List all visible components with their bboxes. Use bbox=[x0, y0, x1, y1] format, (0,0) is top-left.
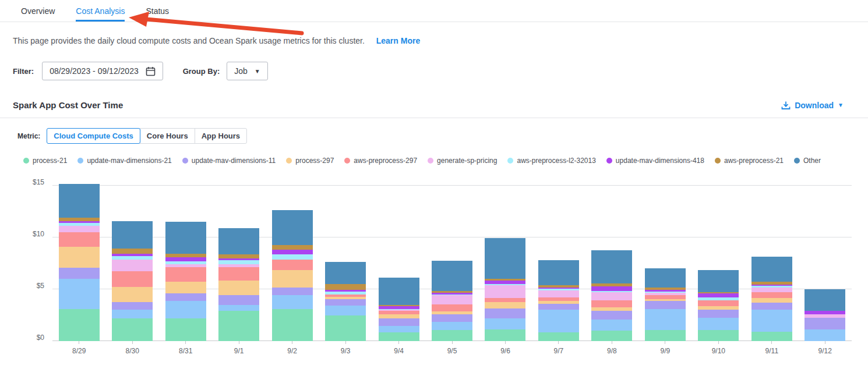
bar-segment-update-mav-dimensions-21[interactable] bbox=[645, 309, 686, 331]
bar-segment-process-297[interactable] bbox=[165, 282, 206, 294]
stacked-bar-9/6[interactable] bbox=[485, 238, 525, 341]
bar-segment-aws-preprocess-l2-32013[interactable] bbox=[272, 254, 313, 260]
bar-segment-process-21[interactable] bbox=[751, 332, 792, 341]
bar-segment-Other[interactable] bbox=[591, 250, 632, 283]
bar-segment-aws-preprocess-l2-32013[interactable] bbox=[218, 260, 259, 264]
bar-segment-process-297[interactable] bbox=[218, 281, 259, 295]
bar-segment-aws-preprocess-297[interactable] bbox=[645, 295, 686, 299]
bar-segment-update-mav-dimensions-11[interactable] bbox=[805, 318, 845, 330]
stacked-bar-9/3[interactable] bbox=[325, 262, 366, 341]
stacked-bar-9/7[interactable] bbox=[538, 260, 579, 341]
bar-segment-aws-preprocess-297[interactable] bbox=[112, 271, 153, 288]
bar-segment-process-297[interactable] bbox=[59, 247, 100, 268]
bar-segment-update-mav-dimensions-418[interactable] bbox=[165, 257, 206, 261]
bar-segment-update-mav-dimensions-11[interactable] bbox=[59, 268, 100, 279]
bar-segment-update-mav-dimensions-21[interactable] bbox=[59, 279, 100, 309]
stacked-bar-8/31[interactable] bbox=[165, 222, 206, 341]
metric-app-hours-button[interactable]: App Hours bbox=[195, 128, 247, 144]
bar-segment-update-mav-dimensions-21[interactable] bbox=[538, 310, 579, 332]
date-range-picker[interactable]: 08/29/2023 - 09/12/2023 bbox=[42, 62, 163, 80]
bar-segment-process-21[interactable] bbox=[165, 318, 206, 341]
bar-segment-update-mav-dimensions-11[interactable] bbox=[379, 318, 419, 326]
bar-segment-process-297[interactable] bbox=[751, 298, 792, 303]
bar-segment-process-21[interactable] bbox=[432, 330, 472, 341]
bar-segment-aws-preprocess-21[interactable] bbox=[112, 249, 153, 254]
bar-segment-Other[interactable] bbox=[432, 261, 472, 291]
bar-segment-process-297[interactable] bbox=[272, 270, 313, 288]
bar-segment-generate-sp-pricing[interactable] bbox=[591, 292, 632, 300]
tab-status[interactable]: Status bbox=[146, 6, 169, 22]
learn-more-link[interactable]: Learn More bbox=[376, 36, 420, 45]
stacked-bar-9/5[interactable] bbox=[432, 261, 472, 341]
bar-segment-Other[interactable] bbox=[751, 257, 792, 282]
stacked-bar-9/11[interactable] bbox=[751, 257, 792, 341]
bar-segment-update-mav-dimensions-21[interactable] bbox=[751, 310, 792, 332]
bar-segment-aws-preprocess-297[interactable] bbox=[485, 298, 525, 302]
bar-segment-aws-preprocess-297[interactable] bbox=[432, 304, 472, 312]
bar-segment-Other[interactable] bbox=[698, 270, 739, 292]
bar-segment-process-21[interactable] bbox=[698, 330, 739, 341]
bar-segment-generate-sp-pricing[interactable] bbox=[432, 295, 472, 304]
tab-cost-analysis[interactable]: Cost Analysis bbox=[76, 6, 125, 22]
bar-segment-aws-preprocess-297[interactable] bbox=[751, 292, 792, 298]
bar-segment-update-mav-dimensions-21[interactable] bbox=[218, 305, 259, 311]
bar-segment-update-mav-dimensions-11[interactable] bbox=[645, 301, 686, 308]
bar-segment-update-mav-dimensions-11[interactable] bbox=[591, 311, 632, 319]
bar-segment-aws-preprocess-297[interactable] bbox=[59, 232, 100, 247]
bar-segment-aws-preprocess-297[interactable] bbox=[165, 267, 206, 282]
bar-segment-generate-sp-pricing[interactable] bbox=[59, 226, 100, 232]
bar-segment-update-mav-dimensions-21[interactable] bbox=[591, 320, 632, 331]
stacked-bar-8/30[interactable] bbox=[112, 221, 153, 341]
bar-segment-update-mav-dimensions-11[interactable] bbox=[698, 310, 739, 318]
stacked-bar-9/10[interactable] bbox=[698, 270, 739, 341]
group-by-select[interactable]: Job ▼ bbox=[227, 62, 267, 80]
bar-segment-update-mav-dimensions-21[interactable] bbox=[272, 295, 313, 309]
bar-segment-update-mav-dimensions-21[interactable] bbox=[165, 301, 206, 318]
bar-segment-process-21[interactable] bbox=[325, 315, 366, 342]
bar-segment-update-mav-dimensions-11[interactable] bbox=[218, 295, 259, 305]
bar-segment-generate-sp-pricing[interactable] bbox=[485, 285, 525, 298]
bar-segment-process-21[interactable] bbox=[272, 309, 313, 341]
bar-segment-process-297[interactable] bbox=[112, 287, 153, 302]
bar-segment-update-mav-dimensions-11[interactable] bbox=[325, 299, 366, 306]
bar-segment-update-mav-dimensions-11[interactable] bbox=[272, 288, 313, 295]
bar-segment-update-mav-dimensions-11[interactable] bbox=[538, 304, 579, 310]
bar-segment-process-21[interactable] bbox=[538, 332, 579, 341]
bar-segment-Other[interactable] bbox=[538, 260, 579, 285]
bar-segment-update-mav-dimensions-11[interactable] bbox=[112, 302, 153, 310]
bar-segment-process-21[interactable] bbox=[591, 331, 632, 341]
bar-segment-update-mav-dimensions-418[interactable] bbox=[698, 293, 739, 297]
bar-segment-aws-preprocess-297[interactable] bbox=[591, 300, 632, 308]
stacked-bar-8/29[interactable] bbox=[59, 184, 100, 341]
bar-segment-aws-preprocess-21[interactable] bbox=[325, 284, 366, 290]
bar-segment-update-mav-dimensions-418[interactable] bbox=[272, 250, 313, 254]
stacked-bar-9/9[interactable] bbox=[645, 268, 686, 341]
bar-segment-update-mav-dimensions-418[interactable] bbox=[591, 286, 632, 291]
stacked-bar-9/2[interactable] bbox=[272, 210, 313, 341]
tab-overview[interactable]: Overview bbox=[21, 6, 55, 22]
bar-segment-update-mav-dimensions-11[interactable] bbox=[165, 293, 206, 301]
bar-segment-Other[interactable] bbox=[112, 221, 153, 248]
download-button[interactable]: Download ▼ bbox=[781, 101, 844, 110]
bar-segment-Other[interactable] bbox=[379, 278, 419, 304]
bar-segment-Other[interactable] bbox=[805, 289, 845, 311]
bar-segment-update-mav-dimensions-11[interactable] bbox=[432, 314, 472, 322]
bar-segment-aws-preprocess-297[interactable] bbox=[272, 260, 313, 270]
bar-segment-aws-preprocess-297[interactable] bbox=[698, 300, 739, 307]
bar-segment-process-297[interactable] bbox=[379, 314, 419, 318]
bar-segment-Other[interactable] bbox=[485, 238, 525, 278]
bar-segment-generate-sp-pricing[interactable] bbox=[751, 288, 792, 292]
bar-segment-Other[interactable] bbox=[218, 228, 259, 254]
metric-cloud-compute-costs-button[interactable]: Cloud Compute Costs bbox=[47, 128, 140, 144]
bar-segment-Other[interactable] bbox=[59, 184, 100, 218]
bar-segment-update-mav-dimensions-21[interactable] bbox=[112, 310, 153, 318]
bar-segment-update-mav-dimensions-21[interactable] bbox=[485, 318, 525, 330]
bar-segment-process-21[interactable] bbox=[59, 309, 100, 341]
bar-segment-process-21[interactable] bbox=[379, 332, 419, 341]
bar-segment-aws-preprocess-21[interactable] bbox=[272, 245, 313, 250]
bar-segment-update-mav-dimensions-11[interactable] bbox=[485, 308, 525, 318]
bar-segment-process-21[interactable] bbox=[218, 311, 259, 341]
bar-segment-aws-preprocess-297[interactable] bbox=[218, 267, 259, 281]
bar-segment-Other[interactable] bbox=[272, 210, 313, 246]
bar-segment-generate-sp-pricing[interactable] bbox=[538, 290, 579, 298]
